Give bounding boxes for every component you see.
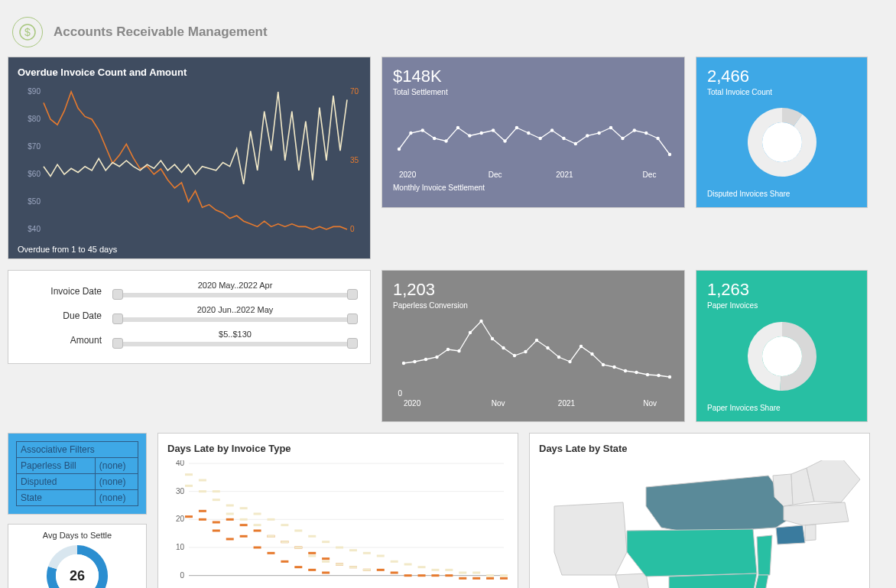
- svg-point-57: [590, 352, 593, 356]
- state-ny[interactable]: [646, 476, 791, 533]
- svg-text:20: 20: [176, 515, 185, 523]
- assoc-key[interactable]: Paperless Bill: [17, 458, 96, 474]
- dayslate-chart[interactable]: 010203040: [167, 460, 510, 588]
- svg-text:30: 30: [176, 487, 185, 495]
- slider-invoice-date: Invoice Date 2020 May..2022 Apr: [21, 283, 358, 300]
- slider-value: $5..$130: [112, 330, 358, 339]
- svg-rect-93: [254, 530, 261, 532]
- svg-rect-128: [254, 513, 261, 515]
- svg-text:Nov: Nov: [492, 399, 505, 408]
- state-me[interactable]: [807, 460, 860, 502]
- assoc-key[interactable]: State: [17, 490, 96, 506]
- svg-rect-120: [199, 490, 206, 492]
- svg-rect-135: [294, 547, 302, 549]
- svg-point-20: [503, 139, 506, 142]
- assoc-key[interactable]: Disputed: [17, 474, 96, 490]
- svg-rect-150: [431, 569, 439, 571]
- svg-point-34: [668, 153, 671, 156]
- svg-rect-96: [267, 552, 274, 554]
- svg-text:$60: $60: [28, 170, 41, 178]
- svg-rect-104: [322, 572, 330, 574]
- avgdays-panel: Avg Days to Settle 26: [8, 524, 147, 588]
- settlement-sub: Total Settlement: [393, 88, 674, 96]
- svg-point-30: [621, 137, 624, 140]
- paperless-sparkline[interactable]: 02020Nov2021Nov: [393, 310, 676, 409]
- svg-rect-144: [363, 552, 371, 554]
- svg-point-11: [398, 148, 401, 151]
- svg-rect-119: [185, 473, 193, 476]
- days-map[interactable]: [539, 460, 862, 588]
- svg-rect-149: [418, 566, 426, 568]
- svg-rect-131: [267, 535, 274, 538]
- paperinv-footer: Paper Invoices Share: [707, 404, 856, 412]
- svg-rect-133: [281, 541, 288, 543]
- daysmap-title: Days Late by State: [539, 443, 860, 454]
- assoc-val[interactable]: (none): [95, 474, 138, 490]
- svg-point-60: [624, 369, 627, 372]
- paperless-sub: Paperless Conversion: [393, 301, 674, 310]
- svg-text:$: $: [24, 26, 31, 38]
- slider-track-invoice-date[interactable]: 2020 May..2022 Apr: [112, 283, 358, 300]
- settlement-sparkline[interactable]: 2020Dec2021Dec: [393, 96, 676, 180]
- svg-rect-85: [199, 518, 206, 521]
- svg-point-51: [524, 350, 527, 353]
- svg-point-26: [574, 142, 577, 145]
- state-nj[interactable]: [757, 535, 772, 575]
- svg-point-15: [444, 139, 447, 142]
- svg-rect-114: [459, 577, 466, 580]
- slider-track-due-date[interactable]: 2020 Jun..2022 May: [112, 307, 358, 324]
- dollar-logo-icon: $: [12, 17, 43, 47]
- svg-rect-87: [213, 521, 220, 524]
- svg-rect-118: [185, 485, 193, 487]
- table-row: Paperless Bill(none): [17, 458, 138, 474]
- svg-point-55: [568, 360, 571, 363]
- svg-rect-110: [404, 574, 412, 577]
- overdue-chart[interactable]: $40$50$60$70$80$9003570: [18, 86, 365, 239]
- assoc-val[interactable]: (none): [95, 458, 138, 474]
- avgdays-donut[interactable]: 26: [44, 543, 110, 588]
- svg-point-59: [612, 365, 615, 369]
- svg-rect-143: [349, 566, 357, 568]
- svg-point-32: [644, 132, 648, 135]
- svg-point-24: [550, 128, 554, 132]
- slider-label: Invoice Date: [21, 286, 112, 297]
- svg-text:Dec: Dec: [489, 171, 502, 179]
- state-ri[interactable]: [805, 525, 816, 541]
- svg-rect-116: [486, 577, 494, 580]
- state-wv[interactable]: [615, 573, 650, 588]
- svg-rect-101: [308, 552, 316, 554]
- svg-rect-138: [322, 541, 330, 543]
- state-oh[interactable]: [554, 502, 627, 575]
- svg-point-39: [762, 122, 802, 162]
- state-ma[interactable]: [784, 502, 849, 525]
- assoc-table[interactable]: Associative Filters Paperless Bill(none)…: [16, 441, 138, 506]
- slider-label: Due Date: [21, 310, 112, 321]
- state-ct[interactable]: [776, 525, 805, 544]
- svg-rect-132: [281, 524, 288, 526]
- svg-rect-112: [431, 574, 439, 577]
- assoc-panel: Associative Filters Paperless Bill(none)…: [8, 433, 147, 515]
- svg-rect-139: [322, 560, 330, 563]
- svg-point-22: [527, 132, 530, 135]
- state-pa[interactable]: [627, 529, 757, 577]
- slider-due-date: Due Date 2020 Jun..2022 May: [21, 307, 358, 324]
- slider-value: 2020 Jun..2022 May: [112, 305, 358, 314]
- svg-rect-127: [240, 518, 248, 521]
- svg-text:2021: 2021: [556, 171, 573, 179]
- assoc-val[interactable]: (none): [95, 490, 138, 506]
- svg-rect-142: [349, 549, 357, 551]
- svg-rect-115: [472, 577, 480, 580]
- svg-rect-117: [500, 577, 508, 580]
- slider-track-amount[interactable]: $5..$130: [112, 332, 358, 349]
- state-de[interactable]: [755, 575, 768, 588]
- settlement-value: $148K: [393, 67, 674, 86]
- svg-rect-122: [213, 499, 220, 501]
- disputed-donut[interactable]: [744, 104, 820, 180]
- svg-point-64: [668, 375, 671, 378]
- totalinv-footer: Disputed Invoices Share: [707, 190, 856, 198]
- svg-text:26: 26: [70, 568, 85, 583]
- paper-donut[interactable]: [744, 318, 820, 395]
- table-row: State(none): [17, 490, 138, 506]
- totalinv-value: 2,466: [707, 67, 856, 86]
- svg-point-62: [646, 373, 649, 376]
